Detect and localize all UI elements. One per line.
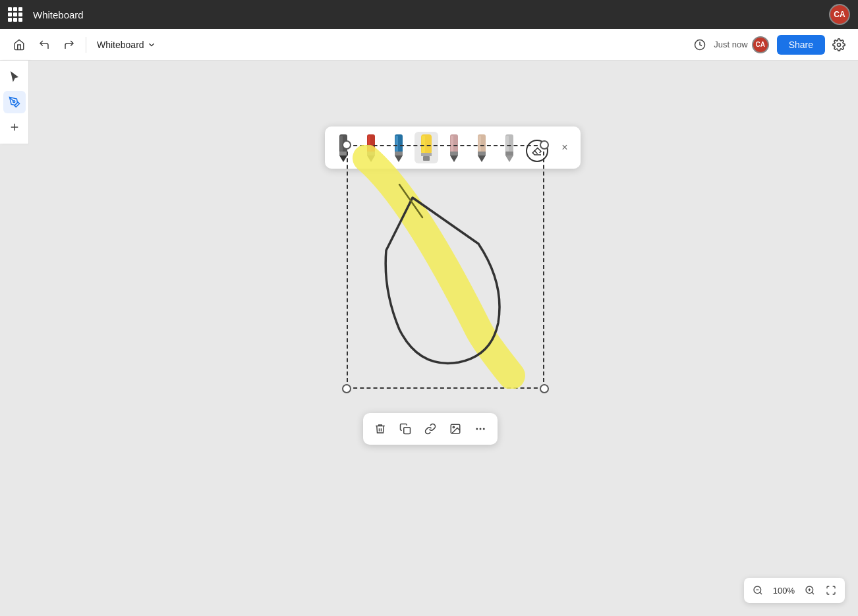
left-sidebar (0, 61, 29, 144)
svg-line-40 (760, 592, 762, 594)
settings-button[interactable] (828, 34, 850, 56)
canvas-area[interactable]: × (29, 61, 858, 616)
context-toolbar (363, 413, 498, 445)
svg-rect-33 (404, 428, 411, 434)
avatar-small: CA (752, 36, 769, 53)
copy-button[interactable] (418, 417, 442, 441)
toolbar-separator (86, 37, 86, 53)
close-color-toolbar-button[interactable]: × (556, 138, 574, 157)
share-button[interactable]: Share (777, 35, 825, 55)
svg-point-38 (483, 428, 485, 430)
timestamp-text: Just now (714, 40, 747, 49)
app-title: Whiteboard (33, 9, 84, 20)
svg-line-43 (812, 592, 814, 594)
redo-button[interactable] (58, 34, 80, 56)
second-toolbar: Whiteboard Just now CA Share (0, 29, 858, 61)
svg-point-37 (480, 428, 482, 430)
zoom-level: 100% (769, 586, 799, 596)
fit-screen-button[interactable] (821, 580, 841, 600)
zoom-in-button[interactable] (800, 580, 820, 600)
svg-point-2 (13, 101, 14, 103)
zoom-bar: 100% (744, 578, 845, 603)
drawing-canvas (347, 145, 544, 389)
top-bar: Whiteboard CA (0, 0, 858, 29)
pen-tool[interactable] (3, 91, 26, 113)
more-button[interactable] (469, 417, 492, 441)
select-tool[interactable] (3, 66, 26, 88)
selection-container[interactable] (347, 145, 544, 389)
duplicate-button[interactable] (393, 417, 417, 441)
timestamp-area: Just now CA (714, 36, 768, 53)
svg-point-1 (838, 43, 841, 46)
doc-name-button[interactable]: Whiteboard (92, 37, 161, 53)
avatar[interactable]: CA (829, 4, 850, 25)
home-button[interactable] (8, 34, 30, 56)
svg-point-35 (453, 426, 454, 428)
app-grid-icon[interactable] (8, 7, 22, 22)
delete-button[interactable] (368, 417, 392, 441)
add-tool[interactable] (3, 116, 26, 138)
clock-button[interactable] (689, 34, 711, 56)
undo-button[interactable] (33, 34, 55, 56)
image-button[interactable] (443, 417, 467, 441)
zoom-out-button[interactable] (748, 580, 768, 600)
svg-point-36 (476, 428, 478, 430)
